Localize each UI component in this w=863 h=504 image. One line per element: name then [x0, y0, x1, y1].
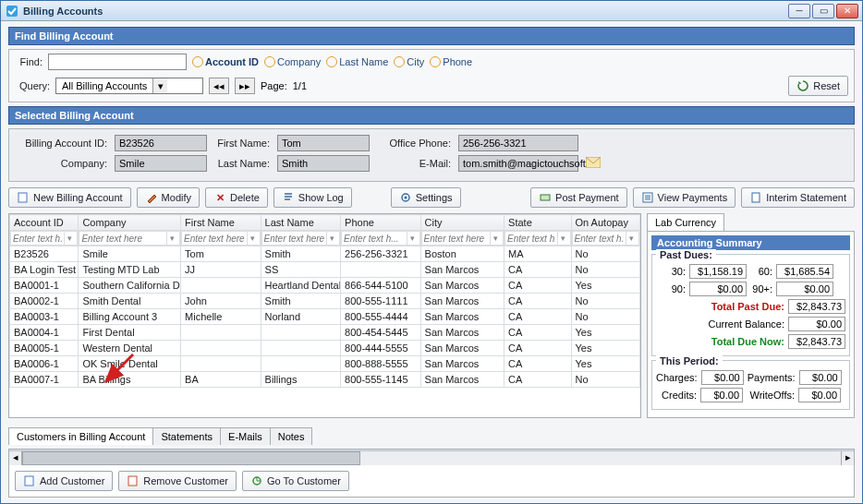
- minimize-button[interactable]: ─: [788, 4, 810, 18]
- radio-company[interactable]: Company: [264, 56, 321, 67]
- view-payments-button[interactable]: View Payments: [633, 187, 736, 208]
- add-icon: [23, 474, 36, 487]
- app-window: Billing Accounts ─ ▭ ✕ Find Billing Acco…: [0, 0, 863, 504]
- query-combobox[interactable]: All Billing Accounts▾: [55, 78, 203, 94]
- customers-header[interactable]: Past D: [802, 450, 854, 451]
- accounts-row[interactable]: BA0005-1Western Dental800-444-5555San Ma…: [10, 341, 640, 356]
- customers-header[interactable]: Practice Name: [208, 450, 273, 451]
- accounts-filter-input[interactable]: [422, 232, 491, 245]
- filter-icon[interactable]: ▾: [166, 232, 177, 245]
- close-button[interactable]: ✕: [836, 4, 858, 18]
- customers-header[interactable]: CustomerID: [10, 450, 76, 451]
- new-icon: [17, 191, 30, 204]
- tab-notes[interactable]: Notes: [270, 427, 313, 445]
- goto-customer-button[interactable]: Go To Customer: [242, 471, 349, 491]
- customers-grid[interactable]: CustomerIDFirst NameLast NamePractice Na…: [9, 450, 854, 450]
- acctid-field: B23526: [115, 135, 207, 151]
- accounts-row[interactable]: BA0006-1OK Smile Dental800-888-5555San M…: [10, 356, 640, 372]
- remove-customer-button[interactable]: Remove Customer: [118, 471, 237, 491]
- tab-emails[interactable]: E-Mails: [220, 427, 271, 445]
- accounts-row[interactable]: BA0001-1Southern California Dental...Hea…: [10, 278, 640, 294]
- customers-header[interactable]: City: [340, 450, 406, 451]
- accounts-header[interactable]: Phone: [341, 215, 421, 231]
- modify-button[interactable]: Modify: [137, 187, 200, 208]
- filter-icon[interactable]: ▾: [557, 232, 568, 245]
- accounts-filter-input[interactable]: [573, 232, 626, 245]
- accounts-filter-input[interactable]: [182, 232, 247, 245]
- accounts-filter-input[interactable]: [262, 232, 327, 245]
- accounts-row[interactable]: BA0003-1Billing Account 3MichelleNorland…: [10, 309, 640, 325]
- accounts-row[interactable]: B23526SmileTomSmith256-256-3321BostonMAN…: [10, 246, 640, 262]
- current-balance-value: $0.00: [788, 317, 845, 331]
- accounts-row[interactable]: BA0007-1BA BillingsBABillings800-555-114…: [10, 372, 640, 388]
- new-billing-button[interactable]: New Billing Account: [8, 187, 131, 208]
- filter-icon[interactable]: ▾: [64, 232, 75, 245]
- accounts-filter-input[interactable]: [11, 232, 64, 245]
- accounts-row[interactable]: BA0004-1First Dental800-454-5445San Marc…: [10, 325, 640, 341]
- customers-header[interactable]: Past Due 30: [735, 450, 801, 451]
- add-customer-button[interactable]: Add Customer: [15, 471, 113, 491]
- svg-rect-0: [6, 6, 18, 17]
- post-payment-button[interactable]: Post Payment: [530, 187, 626, 208]
- first-label: First Name:: [214, 138, 270, 149]
- tab-customers[interactable]: Customers in Billing Account: [8, 427, 153, 445]
- search-icon: [326, 56, 337, 67]
- radio-phone[interactable]: Phone: [430, 56, 472, 67]
- radio-city[interactable]: City: [394, 56, 424, 67]
- horizontal-scrollbar[interactable]: ◂▸: [9, 450, 854, 465]
- accounts-header[interactable]: City: [420, 215, 504, 231]
- accounts-grid[interactable]: Account IDCompanyFirst NameLast NamePhon…: [8, 213, 641, 418]
- filter-icon[interactable]: ▾: [247, 232, 258, 245]
- customers-header[interactable]: This Period Cha...: [472, 450, 538, 451]
- page-next-button[interactable]: ▸▸: [235, 78, 255, 94]
- pastdue-60-value: $1,685.54: [776, 264, 833, 279]
- accounts-header[interactable]: State: [504, 215, 571, 231]
- total-past-due-label: Total Past Due:: [656, 301, 784, 312]
- accounts-header[interactable]: Last Name: [261, 215, 341, 231]
- customers-header[interactable]: Phone: [273, 450, 339, 451]
- svg-point-4: [404, 197, 407, 199]
- filter-icon[interactable]: ▾: [407, 232, 418, 245]
- find-input[interactable]: [48, 54, 187, 70]
- accounts-header[interactable]: First Name: [181, 215, 261, 231]
- acct-summary-header: Accounting Summary: [651, 235, 850, 250]
- maximize-button[interactable]: ▭: [812, 4, 834, 18]
- customers-header[interactable]: This Period Writ...: [604, 450, 670, 451]
- svg-rect-7: [752, 193, 760, 202]
- interim-statement-button[interactable]: Interim Statement: [741, 187, 855, 208]
- reset-button[interactable]: Reset: [788, 76, 848, 96]
- accounts-header[interactable]: Account ID: [10, 215, 79, 231]
- accounts-row[interactable]: BA0002-1Smith DentalJohnSmith800-555-111…: [10, 294, 640, 309]
- page-prev-button[interactable]: ◂◂: [209, 78, 229, 94]
- pastdue-90p-value: $0.00: [776, 282, 833, 296]
- pastdues-label: Past Dues:: [656, 249, 716, 260]
- filter-icon[interactable]: ▾: [490, 232, 501, 245]
- accounts-header[interactable]: Company: [79, 215, 181, 231]
- tab-lab-currency[interactable]: Lab Currency: [647, 213, 724, 231]
- customers-header[interactable]: Current Balance: [670, 450, 735, 451]
- customers-header[interactable]: Last Name: [141, 450, 207, 451]
- accounts-filter-input[interactable]: [79, 232, 166, 245]
- filter-icon[interactable]: ▾: [626, 232, 637, 245]
- delete-icon: ✕: [213, 191, 226, 204]
- accounts-filter-input[interactable]: [505, 232, 556, 245]
- delete-button[interactable]: ✕Delete: [205, 187, 268, 208]
- tab-statements[interactable]: Statements: [152, 427, 221, 445]
- filter-icon[interactable]: ▾: [326, 232, 337, 245]
- find-label: Find:: [15, 56, 43, 67]
- settings-button[interactable]: Settings: [391, 187, 461, 208]
- search-icon: [264, 56, 275, 67]
- customers-header[interactable]: First Name: [76, 450, 141, 451]
- accounts-row[interactable]: BA Login TestTesting MTD LabJJSSSan Marc…: [10, 262, 640, 278]
- window-title: Billing Accounts: [23, 6, 788, 17]
- radio-last-name[interactable]: Last Name: [326, 56, 388, 67]
- radio-account-id[interactable]: Account ID: [192, 56, 259, 67]
- accounts-header[interactable]: On Autopay: [571, 215, 640, 231]
- pastdue-60-label: 60:: [750, 266, 772, 277]
- payments-label: Payments:: [748, 372, 796, 383]
- accounts-filter-input[interactable]: [342, 232, 407, 245]
- showlog-button[interactable]: Show Log: [273, 187, 352, 208]
- customers-header[interactable]: State: [406, 450, 471, 451]
- customers-header[interactable]: This Period Cre...: [538, 450, 603, 451]
- mail-icon[interactable]: [586, 157, 601, 170]
